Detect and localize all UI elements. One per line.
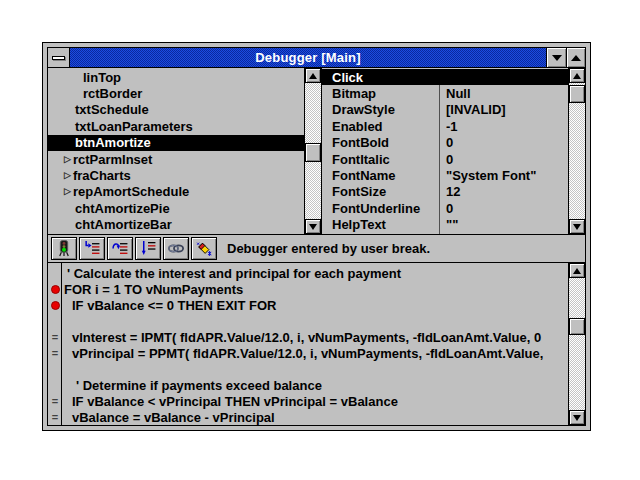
minimize-button[interactable]	[547, 48, 566, 67]
arrow-up-icon	[309, 73, 317, 79]
code-text[interactable]: IF vBalance <= 0 THEN EXIT FOR	[62, 298, 276, 313]
property-row[interactable]: Enabled -1	[322, 118, 568, 134]
breakpoint-icon[interactable]	[51, 285, 60, 294]
code-line[interactable]: = vInterest = IPMT( fldAPR.Value/12.0, i…	[48, 329, 568, 345]
code-line[interactable]: FOR i = 1 TO vNumPayments	[48, 281, 568, 297]
scroll-up-button[interactable]	[305, 68, 321, 83]
gutter-cell[interactable]	[48, 361, 62, 377]
run-button[interactable]	[51, 237, 77, 260]
property-row[interactable]: Bitmap Null	[322, 85, 568, 101]
eraser-icon	[195, 240, 213, 257]
gutter-cell[interactable]	[48, 313, 62, 329]
title-area[interactable]: Debugger [Main]	[70, 48, 546, 67]
tree-item-label: btnAmortize	[75, 135, 151, 150]
title-bar: Debugger [Main]	[48, 48, 585, 67]
gutter-cell[interactable]: =	[48, 409, 62, 425]
statement-marker-icon: =	[52, 396, 58, 407]
system-menu-button[interactable]	[48, 48, 70, 67]
clear-button[interactable]	[191, 237, 217, 260]
scroll-thumb[interactable]	[305, 143, 321, 162]
expand-triangle-icon[interactable]: ▷	[64, 171, 71, 180]
code-line[interactable]: = vBalance = vBalance - vPrincipal	[48, 409, 568, 425]
step-out-button[interactable]	[135, 237, 161, 260]
code-line[interactable]: IF vBalance <= 0 THEN EXIT FOR	[48, 297, 568, 313]
statement-marker-icon: =	[52, 348, 58, 359]
property-row[interactable]: DrawStyle [INVALID]	[322, 102, 568, 118]
property-value: ""	[439, 217, 458, 232]
call-chain-button[interactable]	[163, 237, 189, 260]
step-into-button[interactable]	[79, 237, 105, 260]
tree-item[interactable]: txtLoanParameters	[48, 118, 304, 134]
code-text[interactable]: vBalance = vBalance - vPrincipal	[62, 410, 275, 425]
property-row[interactable]: FontItalic 0	[322, 151, 568, 167]
code-line[interactable]: ' Calculate the interest and principal f…	[48, 265, 568, 281]
scroll-track[interactable]	[569, 83, 585, 219]
code-line[interactable]	[48, 313, 568, 329]
code-line[interactable]	[48, 361, 568, 377]
code-body: ' Calculate the interest and principal f…	[48, 263, 568, 425]
arrow-down-icon	[573, 224, 581, 230]
tree-item[interactable]: linTop	[48, 69, 304, 85]
property-row[interactable]: FontName "System Font"	[322, 167, 568, 183]
window-title: Debugger [Main]	[255, 50, 361, 65]
scroll-up-button[interactable]	[569, 263, 585, 278]
scroll-down-button[interactable]	[305, 219, 321, 234]
gutter-cell[interactable]	[48, 265, 62, 281]
scroll-down-button[interactable]	[569, 219, 585, 234]
property-row[interactable]: FontSize 12	[322, 184, 568, 200]
code-text[interactable]: ' Calculate the interest and principal f…	[62, 266, 401, 281]
gutter-cell[interactable]: =	[48, 329, 62, 345]
property-row[interactable]: HelpText ""	[322, 217, 568, 233]
arrow-down-icon	[573, 415, 581, 421]
gutter-cell[interactable]	[48, 281, 62, 297]
scroll-up-button[interactable]	[569, 68, 585, 83]
step-over-button[interactable]	[107, 237, 133, 260]
gutter-cell[interactable]	[48, 377, 62, 393]
tree-item[interactable]: rctBorder	[48, 85, 304, 101]
maximize-button[interactable]	[566, 48, 585, 67]
gutter-cell[interactable]	[48, 297, 62, 313]
breakpoint-icon[interactable]	[51, 301, 60, 310]
tree-item[interactable]: txtSchedule	[48, 102, 304, 118]
tree-item[interactable]: ▷repAmortSchedule	[48, 184, 304, 200]
code-text[interactable]: ' Determine if payments exceed balance	[62, 378, 322, 393]
property-scrollbar[interactable]	[568, 68, 585, 234]
tree-item[interactable]: ▷rctParmInset	[48, 151, 304, 167]
code-line[interactable]: ' Determine if payments exceed balance	[48, 377, 568, 393]
system-menu-icon	[52, 56, 65, 60]
arrow-up-icon	[573, 268, 581, 274]
traffic-light-icon	[55, 240, 73, 257]
code-text[interactable]: FOR i = 1 TO vNumPayments	[62, 282, 243, 297]
tree-item[interactable]: ▷fraCharts	[48, 167, 304, 183]
property-column-divider	[439, 85, 440, 234]
property-name: Click	[322, 70, 439, 85]
code-line[interactable]: = IF vBalance < vPrincipal THEN vPrincip…	[48, 393, 568, 409]
scroll-down-button[interactable]	[569, 410, 585, 425]
step-over-icon	[111, 240, 129, 257]
scroll-thumb[interactable]	[569, 318, 585, 335]
code-text[interactable]: IF vBalance < vPrincipal THEN vPrincipal…	[62, 394, 398, 409]
gutter-cell[interactable]: =	[48, 345, 62, 361]
code-line[interactable]: = vPrincipal = PPMT( fldAPR.Value/12.0, …	[48, 345, 568, 361]
property-value: -1	[439, 119, 458, 134]
property-row[interactable]: FontBold 0	[322, 135, 568, 151]
scroll-thumb[interactable]	[569, 85, 585, 103]
property-row-selected[interactable]: Click	[322, 69, 568, 85]
tree-item[interactable]: chtAmortizeBar	[48, 217, 304, 233]
tree-scrollbar[interactable]	[304, 68, 321, 234]
code-text[interactable]: vInterest = IPMT( fldAPR.Value/12.0, i, …	[62, 330, 541, 345]
tree-item[interactable]: chtAmortizePie	[48, 200, 304, 216]
object-tree-list: linTop rctBorder txtSchedule txtLoanPara…	[48, 68, 304, 234]
step-into-icon	[83, 240, 101, 257]
scroll-track[interactable]	[569, 278, 585, 410]
expand-triangle-icon[interactable]: ▷	[64, 187, 71, 196]
gutter-cell[interactable]: =	[48, 393, 62, 409]
expand-triangle-icon[interactable]: ▷	[64, 155, 71, 164]
tree-item-selected[interactable]: btnAmortize	[48, 135, 304, 151]
code-scrollbar[interactable]	[568, 263, 585, 425]
property-row[interactable]: FontUnderline 0	[322, 200, 568, 216]
property-list: Click Bitmap Null DrawStyle [INVALID] En…	[322, 68, 568, 234]
upper-panes: linTop rctBorder txtSchedule txtLoanPara…	[48, 68, 585, 234]
code-text[interactable]: vPrincipal = PPMT( fldAPR.Value/12.0, i,…	[62, 346, 543, 361]
scroll-track[interactable]	[305, 83, 321, 219]
